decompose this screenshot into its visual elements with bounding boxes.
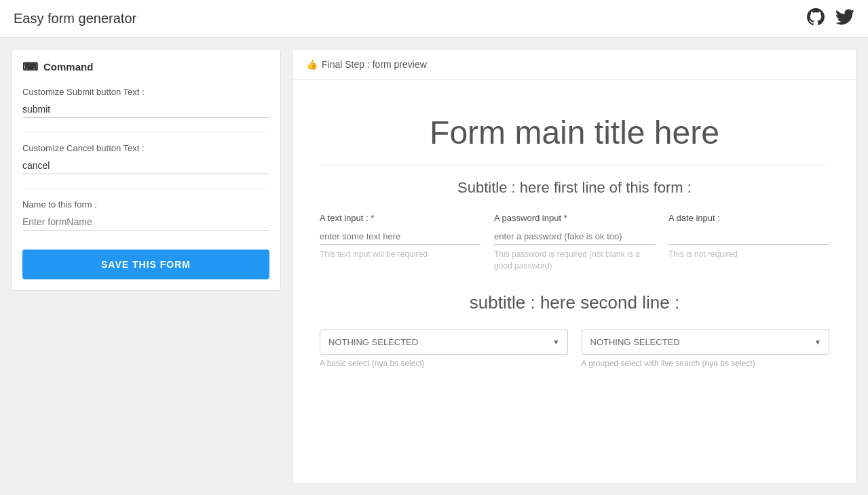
form-subtitle-1: Subtitle : here first line of this form …: [320, 179, 829, 197]
password-input-hint: This password is required (not blank is …: [494, 249, 655, 272]
form-name-label: Name to this form :: [22, 199, 269, 210]
command-label: Command: [43, 61, 93, 73]
preview-body: Form main title here Subtitle : here fir…: [293, 80, 856, 387]
divider-1: [22, 132, 269, 132]
command-header: ⌨ Command: [22, 60, 269, 73]
app-header: Easy form generator: [0, 0, 868, 38]
cancel-text-input[interactable]: [22, 157, 269, 174]
password-input-col: A password input * This password is requ…: [494, 213, 655, 272]
section-divider-1: [320, 165, 829, 165]
text-input-field[interactable]: [320, 229, 480, 245]
text-input-hint: This text input will be required: [320, 249, 480, 260]
basic-select-hint: A basic select (nya bs select): [320, 359, 568, 368]
command-box: ⌨ Command Customize Submit button Text :…: [11, 49, 281, 291]
right-panel: 👍 Final Step : form preview Form main ti…: [292, 49, 857, 484]
password-input-field[interactable]: [494, 229, 655, 245]
password-input-label: A password input *: [494, 213, 655, 223]
grouped-select-col: NOTHING SELECTED A grouped select with l…: [582, 330, 830, 368]
preview-label: Final Step : form preview: [322, 59, 427, 70]
cancel-field-group: Customize Cancel button Text :: [22, 143, 269, 174]
command-icon: ⌨: [22, 60, 38, 73]
app-title: Easy form generator: [14, 11, 136, 26]
twitter-icon[interactable]: [835, 7, 854, 31]
basic-select[interactable]: NOTHING SELECTED: [320, 330, 568, 355]
form-main-title: Form main title here: [320, 94, 829, 165]
basic-select-col: NOTHING SELECTED A basic select (nya bs …: [320, 330, 568, 368]
text-input-label: A text input : *: [320, 213, 480, 223]
header-icons: [807, 7, 854, 31]
cancel-field-label: Customize Cancel button Text :: [22, 143, 269, 153]
date-input-col: A date input : This is not required: [668, 213, 829, 272]
select-row: NOTHING SELECTED A basic select (nya bs …: [320, 330, 829, 368]
github-icon[interactable]: [807, 8, 825, 30]
grouped-select-wrapper: NOTHING SELECTED: [582, 330, 830, 355]
basic-select-wrapper: NOTHING SELECTED: [320, 330, 568, 355]
main-layout: ⌨ Command Customize Submit button Text :…: [0, 38, 868, 495]
save-form-button[interactable]: SAVE THIS FORM: [22, 250, 269, 279]
submit-text-input[interactable]: [22, 101, 269, 118]
form-fields-row: A text input : * This text input will be…: [320, 213, 829, 272]
form-subtitle-2: subtitle : here second line :: [320, 292, 829, 313]
submit-field-label: Customize Submit button Text :: [22, 87, 269, 97]
thumbs-up-icon: 👍: [306, 59, 318, 70]
grouped-select-hint: A grouped select with live search (nya b…: [582, 359, 830, 368]
divider-2: [22, 188, 269, 189]
date-input-hint: This is not required: [668, 249, 829, 260]
submit-field-group: Customize Submit button Text :: [22, 87, 269, 118]
form-name-input[interactable]: [22, 214, 269, 231]
form-name-field-group: Name to this form :: [22, 199, 269, 231]
grouped-select[interactable]: NOTHING SELECTED: [582, 330, 830, 355]
date-input-field[interactable]: [668, 229, 829, 245]
preview-header: 👍 Final Step : form preview: [293, 50, 856, 80]
date-input-label: A date input :: [668, 213, 829, 223]
left-panel: ⌨ Command Customize Submit button Text :…: [0, 38, 292, 495]
text-input-col: A text input : * This text input will be…: [320, 213, 480, 272]
